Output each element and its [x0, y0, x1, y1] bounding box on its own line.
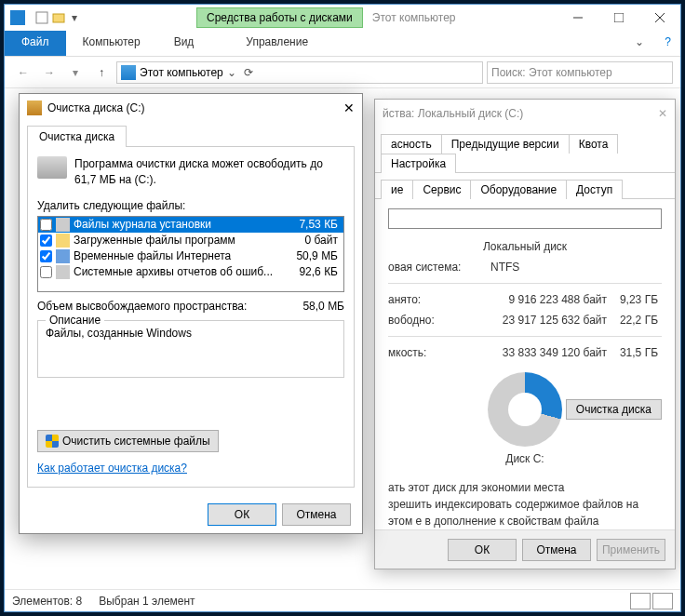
address-text: Этот компьютер	[140, 66, 223, 79]
properties-close-icon[interactable]: ✕	[658, 107, 667, 120]
view-details-button[interactable]	[630, 593, 651, 609]
status-selected-count: Выбран 1 элемент	[99, 595, 195, 608]
view-icons-button[interactable]	[652, 593, 673, 609]
item-checkbox[interactable]	[40, 266, 52, 278]
svg-rect-1	[53, 14, 64, 22]
used-label: анято:	[388, 293, 490, 306]
tab-general[interactable]: ие	[381, 180, 413, 199]
item-checkbox[interactable]	[40, 234, 52, 247]
how-it-works-link[interactable]: Как работает очистка диска?	[37, 462, 187, 475]
item-size: 0 байт	[282, 234, 342, 247]
address-box[interactable]: Этот компьютер ⌄ ⟳	[116, 61, 483, 84]
free-gb: 22,2 ГБ	[607, 314, 658, 327]
free-bytes: 23 917 125 632 байт	[490, 314, 607, 327]
list-item[interactable]: Файлы журнала установки 7,53 КБ	[38, 217, 343, 233]
ribbon-tab-view[interactable]: Вид	[157, 31, 211, 56]
tab-quota[interactable]: Квота	[569, 134, 619, 154]
cleanup-body: Программа очистки диска может освободить…	[27, 146, 355, 488]
list-item[interactable]: Загруженные файлы программ 0 байт	[38, 233, 343, 248]
app-title: Этот компьютер	[372, 11, 456, 24]
computer-icon	[121, 65, 136, 80]
list-item[interactable]: Системные архивы отчетов об ошиб... 92,6…	[38, 264, 343, 280]
qat-dropdown-icon[interactable]: ▾	[68, 11, 81, 24]
ribbon-context-tab[interactable]: Средства работы с дисками	[196, 7, 363, 28]
maximize-button[interactable]	[598, 5, 639, 31]
capacity-bytes: 33 833 349 120 байт	[490, 346, 607, 359]
disk-cleanup-button[interactable]: Очистка диска	[566, 399, 662, 420]
search-input[interactable]: Поиск: Этот компьютер	[487, 61, 673, 84]
drive-type-label: Локальный диск	[388, 240, 662, 253]
ribbon-help-icon[interactable]: ?	[655, 31, 680, 56]
close-button[interactable]	[639, 5, 680, 31]
nav-back-button[interactable]: ←	[12, 61, 34, 84]
ribbon: Файл Компьютер Вид Управление ⌄ ?	[5, 31, 680, 57]
disk-cleanup-dialog: Очистка диска (C:) ✕ Очистка диска Прогр…	[19, 93, 363, 534]
properties-apply-button[interactable]: Применить	[597, 539, 665, 561]
cleanup-tab[interactable]: Очистка диска	[27, 126, 127, 147]
tab-tools[interactable]: Сервис	[412, 180, 471, 199]
properties-ok-button[interactable]: ОК	[448, 539, 517, 561]
search-placeholder: Поиск: Этот компьютер	[491, 66, 612, 79]
quick-access-toolbar: ▾	[31, 10, 85, 25]
capacity-label: мкость:	[388, 346, 490, 359]
address-dropdown-icon[interactable]: ⌄	[227, 66, 236, 79]
item-name: Файлы журнала установки	[74, 218, 278, 231]
properties-title-text: йства: Локальный диск (C:)	[383, 107, 523, 120]
qat-new-folder-icon[interactable]	[51, 10, 66, 25]
compress-checkbox-label[interactable]: ать этот диск для экономии места	[375, 479, 675, 496]
system-icon[interactable]	[10, 10, 25, 25]
status-element-count: Элементов: 8	[12, 595, 82, 608]
drive-label-input[interactable]	[388, 208, 662, 229]
description-legend: Описание	[46, 314, 104, 327]
list-item[interactable]: Временные файлы Интернета 50,9 МБ	[38, 248, 343, 264]
clean-system-files-button[interactable]: Очистить системные файлы	[37, 430, 219, 452]
refresh-icon[interactable]: ⟳	[240, 66, 257, 79]
cleanup-info-text: Программа очистки диска может освободить…	[74, 156, 344, 188]
ribbon-tab-manage[interactable]: Управление	[229, 31, 325, 56]
status-bar: Элементов: 8 Выбран 1 элемент	[5, 589, 680, 611]
item-size: 7,53 КБ	[282, 218, 342, 231]
nav-up-button[interactable]: ↑	[90, 61, 113, 84]
ribbon-file-tab[interactable]: Файл	[5, 31, 66, 56]
cleanup-close-icon[interactable]: ✕	[343, 100, 355, 115]
properties-body: Локальный диск овая система: NTFS анято:…	[375, 199, 675, 479]
used-gb: 9,23 ГБ	[607, 293, 658, 306]
item-checkbox[interactable]	[40, 219, 52, 231]
used-bytes: 9 916 223 488 байт	[490, 293, 607, 306]
titlebar: ▾ Средства работы с дисками Этот компьют…	[5, 5, 680, 31]
ribbon-collapse-icon[interactable]: ⌄	[624, 31, 655, 56]
description-group: Описание Файлы, созданные Windows	[37, 320, 344, 378]
tab-customize[interactable]: Настройка	[381, 154, 456, 173]
cleanup-cancel-button[interactable]: Отмена	[282, 503, 351, 526]
folder-icon	[56, 234, 70, 248]
cleanup-file-list[interactable]: Файлы журнала установки 7,53 КБ Загружен…	[37, 216, 344, 292]
total-space-label: Объем высвобождаемого пространства:	[37, 300, 279, 313]
properties-buttons: ОК Отмена Применить	[375, 529, 675, 569]
tab-hardware[interactable]: Оборудование	[470, 180, 567, 199]
properties-cancel-button[interactable]: Отмена	[522, 539, 591, 561]
item-checkbox[interactable]	[40, 250, 52, 262]
cleanup-titlebar: Очистка диска (C:) ✕	[20, 94, 362, 122]
address-bar: ← → ▾ ↑ Этот компьютер ⌄ ⟳ Поиск: Этот к…	[5, 57, 680, 88]
nav-recent-dropdown[interactable]: ▾	[64, 61, 87, 84]
tab-security[interactable]: асность	[381, 134, 442, 154]
total-space-value: 58,0 МБ	[279, 300, 344, 313]
cleanup-buttons: ОК Отмена	[20, 496, 362, 533]
nav-forward-button[interactable]: →	[38, 61, 60, 84]
qat-properties-icon[interactable]	[34, 10, 49, 25]
properties-tabs-row1: асность Предыдущие версии Квота Настройк…	[375, 127, 675, 173]
cleanup-title-text: Очистка диска (C:)	[47, 101, 145, 114]
index-checkbox-label[interactable]: зрешить индексировать содержимое файлов …	[375, 496, 675, 529]
free-label: вободно:	[388, 314, 490, 327]
minimize-button[interactable]	[557, 5, 598, 31]
tab-sharing[interactable]: Доступ	[566, 180, 623, 199]
item-size: 92,6 КБ	[282, 265, 342, 278]
tab-previous-versions[interactable]: Предыдущие версии	[441, 134, 570, 154]
clean-system-files-label: Очистить системные файлы	[62, 435, 210, 448]
item-name: Загруженные файлы программ	[74, 234, 278, 247]
delete-files-label: Удалить следующие файлы:	[37, 199, 344, 212]
cleanup-ok-button[interactable]: ОК	[208, 503, 276, 526]
drive-icon	[37, 156, 67, 179]
item-name: Временные файлы Интернета	[74, 249, 278, 262]
ribbon-tab-computer[interactable]: Компьютер	[66, 31, 157, 56]
